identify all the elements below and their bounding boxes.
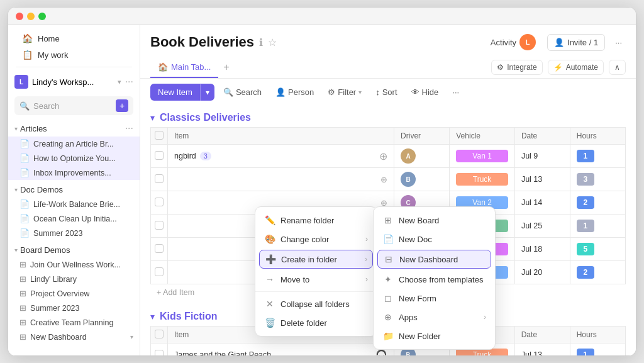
automate-button[interactable]: ⚡ Automate bbox=[548, 60, 604, 75]
classics-chevron-icon[interactable]: ▾ bbox=[150, 113, 155, 123]
filter-button[interactable]: ⚙ Filter ▾ bbox=[323, 84, 367, 100]
main-content: Book Deliveries ℹ ☆ Activity L 👤 Invite … bbox=[140, 25, 636, 355]
info-icon[interactable]: ℹ bbox=[259, 36, 263, 48]
invite-button[interactable]: 👤 Invite / 1 bbox=[547, 34, 605, 51]
menu-item-create-in-folder[interactable]: ➕ Create in folder › bbox=[259, 250, 373, 269]
collapse-button[interactable]: ∧ bbox=[609, 60, 626, 75]
menu-item-label: Move to bbox=[280, 275, 360, 284]
submenu-item-new-board[interactable]: ⊞ New Board bbox=[374, 211, 495, 230]
articles-more-icon[interactable]: ··· bbox=[125, 123, 133, 134]
board-icon: ⊞ bbox=[19, 260, 26, 269]
dashboard-icon: ⊟ bbox=[383, 254, 394, 264]
new-item-label[interactable]: New Item bbox=[150, 84, 200, 101]
menu-item-move-to[interactable]: → Move to › bbox=[255, 270, 377, 289]
driver-cell: A bbox=[394, 145, 450, 168]
sidebar-item-creating-article[interactable]: 📄 Creating an Article Br... bbox=[13, 137, 140, 151]
sidebar-section-board-demos-header[interactable]: ▾ Board Demos bbox=[8, 243, 140, 257]
item-cell: ⊕ bbox=[168, 168, 394, 191]
submenu-item-choose-templates[interactable]: ✦ Choose from templates bbox=[374, 270, 495, 289]
menu-item-rename[interactable]: ✏️ Rename folder bbox=[255, 211, 377, 230]
sidebar-item-ocean[interactable]: 📄 Ocean Clean Up Initia... bbox=[13, 211, 140, 226]
new-item-chevron-icon[interactable]: ▾ bbox=[200, 84, 214, 101]
sidebar-item-optomize[interactable]: 📄 How to Optomize You... bbox=[13, 151, 140, 165]
row-checkbox[interactable] bbox=[151, 238, 168, 261]
select-all-header[interactable] bbox=[151, 327, 168, 343]
sort-label: Sort bbox=[382, 87, 397, 97]
submenu-item-apps[interactable]: ⊕ Apps › bbox=[374, 308, 495, 327]
sidebar-item-library[interactable]: ⊞ Lindy' Library bbox=[13, 272, 140, 286]
maximize-button[interactable] bbox=[38, 13, 46, 20]
board-demos-chevron-icon: ▾ bbox=[14, 247, 18, 254]
kids-chevron-icon[interactable]: ▾ bbox=[150, 311, 155, 321]
select-all-header[interactable] bbox=[151, 128, 168, 145]
hide-button[interactable]: 👁 Hide bbox=[406, 84, 444, 100]
sidebar-section-doc-demos-header[interactable]: ▾ Doc Demos bbox=[8, 182, 140, 197]
board-icon: ⊞ bbox=[382, 215, 394, 225]
person-button[interactable]: 👤 Person bbox=[270, 84, 319, 100]
sidebar-item-inbox[interactable]: 📄 Inbox Improvements... bbox=[13, 165, 140, 180]
submenu-item-new-folder[interactable]: 📁 New Folder bbox=[374, 327, 495, 345]
submenu-item-new-form[interactable]: ◻ New Form bbox=[374, 289, 495, 308]
sidebar-section-articles-header[interactable]: ▾ Articles ··· bbox=[8, 120, 140, 137]
content-area: ▾ Classics Deliveries Item Driver Vehicl… bbox=[140, 106, 636, 355]
sidebar-section-articles-label: Articles bbox=[20, 124, 47, 133]
sidebar-item-label: Join Our Wellness Work... bbox=[30, 260, 121, 269]
integrate-label: Integrate bbox=[507, 63, 536, 72]
sidebar-item-summer2023-board[interactable]: ⊞ Summer 2023 bbox=[13, 301, 140, 315]
workspace-more-icon[interactable]: ··· bbox=[125, 76, 133, 87]
new-item-button[interactable]: New Item ▾ bbox=[150, 84, 214, 101]
close-button[interactable] bbox=[16, 13, 23, 20]
tabs-bar: 🏠 Main Tab... + ⚙ Integrate ⚡ Automate bbox=[140, 57, 636, 79]
menu-item-delete[interactable]: 🗑️ Delete folder bbox=[255, 313, 377, 332]
sidebar-add-button[interactable]: + bbox=[116, 99, 128, 112]
minimize-button[interactable] bbox=[27, 13, 35, 20]
sidebar-item-new-dashboard[interactable]: ⊞ New Dashboard ▾ bbox=[13, 330, 140, 344]
submenu-item-new-doc[interactable]: 📄 New Doc bbox=[374, 230, 495, 249]
sort-button[interactable]: ↕ Sort bbox=[370, 84, 402, 100]
menu-item-collapse[interactable]: ✕ Collapse all folders bbox=[255, 294, 377, 313]
sidebar-item-label: Lindy' Library bbox=[30, 275, 77, 284]
sidebar-section-doc-demos-label: Doc Demos bbox=[20, 185, 63, 194]
form-icon: ◻ bbox=[382, 293, 394, 303]
sidebar-item-home[interactable]: 🏠 Home bbox=[16, 30, 132, 47]
tab-add-button[interactable]: + bbox=[218, 57, 234, 78]
page-header: Book Deliveries ℹ ☆ Activity L 👤 Invite … bbox=[140, 25, 636, 57]
row-checkbox[interactable] bbox=[151, 168, 168, 191]
sidebar-item-project-overview[interactable]: ⊞ Project Overview bbox=[13, 286, 140, 301]
more-options-icon[interactable]: ··· bbox=[447, 84, 464, 100]
sidebar-item-creative[interactable]: ⊞ Creative Team Planning bbox=[13, 315, 140, 330]
submenu-item-label: New Doc bbox=[399, 235, 486, 244]
classics-section-header: ▾ Classics Deliveries bbox=[150, 106, 626, 127]
sidebar-home-label: Home bbox=[38, 34, 60, 43]
header-right: Activity L 👤 Invite / 1 ··· bbox=[486, 31, 626, 53]
add-icon[interactable]: ⊕ bbox=[379, 150, 387, 162]
row-checkbox[interactable] bbox=[151, 191, 168, 215]
sidebar-search[interactable]: 🔍 Search + bbox=[14, 96, 133, 115]
search-button[interactable]: 🔍 Search bbox=[218, 84, 267, 100]
doc-icon: 📄 bbox=[19, 228, 30, 238]
star-icon[interactable]: ☆ bbox=[268, 36, 277, 48]
sidebar-item-summer2023[interactable]: 📄 Summer 2023 bbox=[13, 226, 140, 240]
sidebar-item-wellness[interactable]: ⊞ Join Our Wellness Work... bbox=[13, 257, 140, 272]
apps-icon: ⊕ bbox=[382, 312, 394, 322]
workspace-header[interactable]: L Lindy's Worksp... ▾ ··· bbox=[8, 71, 140, 92]
row-checkbox[interactable] bbox=[151, 215, 168, 238]
sidebar-item-lifework[interactable]: 📄 Life-Work Balance Brie... bbox=[13, 197, 140, 211]
activity-button[interactable]: Activity L bbox=[486, 31, 541, 53]
header-more-icon[interactable]: ··· bbox=[611, 35, 626, 50]
integrate-button[interactable]: ⚙ Integrate bbox=[491, 60, 542, 75]
driver-column-header: Driver bbox=[394, 128, 450, 145]
workspace-avatar: L bbox=[14, 75, 28, 89]
submenu-item-new-dashboard[interactable]: ⊟ New Dashboard bbox=[377, 250, 491, 269]
hide-icon: 👁 bbox=[411, 87, 419, 97]
row-checkbox[interactable] bbox=[151, 343, 168, 356]
row-checkbox[interactable] bbox=[151, 261, 168, 284]
sidebar-item-mywork[interactable]: 📋 My work bbox=[16, 47, 132, 63]
menu-item-change-color[interactable]: 🎨 Change color › bbox=[255, 230, 377, 249]
date-column-header: Date bbox=[514, 327, 570, 343]
submenu-item-label: Apps bbox=[399, 313, 479, 322]
template-icon: ✦ bbox=[382, 274, 394, 284]
submenu-item-label: New Form bbox=[399, 294, 486, 303]
tab-main[interactable]: 🏠 Main Tab... bbox=[150, 57, 218, 78]
row-checkbox[interactable] bbox=[151, 145, 168, 168]
